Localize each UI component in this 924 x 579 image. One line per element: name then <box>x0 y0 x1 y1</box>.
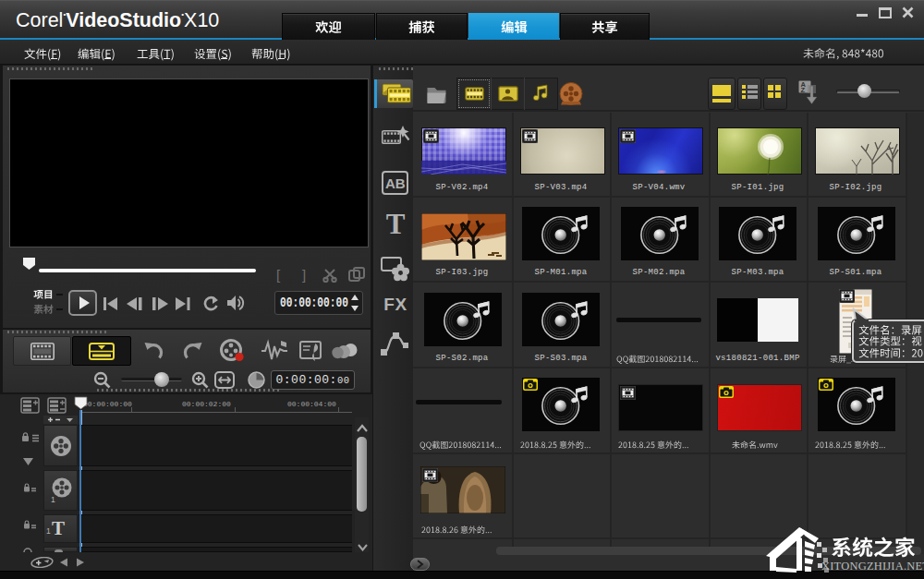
svg-text:AB: AB <box>385 175 406 191</box>
svg-text:1: 1 <box>51 495 55 503</box>
svg-text:Z: Z <box>801 86 806 94</box>
